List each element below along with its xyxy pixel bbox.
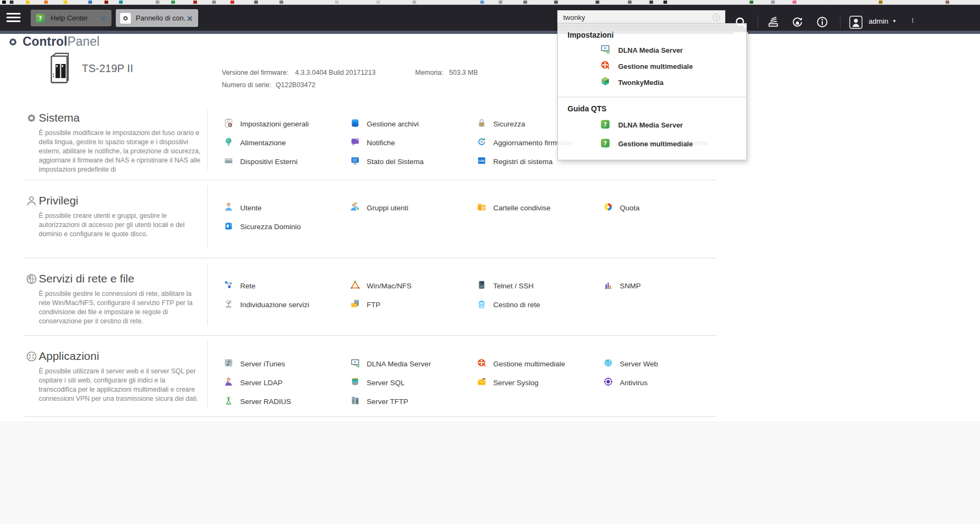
item-dispositivi-esterni[interactable]: Dispositivi Esterni: [223, 152, 350, 171]
item-server-itunes[interactable]: ♪ Server iTunes: [223, 355, 350, 373]
item-sicurezza-dominio[interactable]: Sicurezza Dominio: [223, 217, 350, 236]
item-impostazioni-generali[interactable]: Impostazioni generali: [223, 115, 350, 133]
monitor-icon: [350, 155, 360, 168]
section-privilegi: Privilegi È possibile creare utenti e gr…: [24, 180, 717, 258]
item-label: Dispositivi Esterni: [240, 158, 298, 166]
toolbar-divider: [840, 15, 841, 29]
search-result-twonkymedia[interactable]: TwonkyMedia: [558, 74, 746, 90]
footer-area: [0, 422, 980, 524]
antivirus-icon: [603, 377, 613, 389]
pie-icon: [603, 202, 613, 214]
item-snmp[interactable]: SNMP: [603, 277, 730, 295]
item-cestino-di-rete[interactable]: Cestino di rete: [477, 295, 603, 314]
section-servizi-di-rete-e-file: Servizi di rete e file È possibile gesti…: [24, 258, 717, 336]
result-group-impostazioni: Impostazioni DLNA Media Server Gestione …: [558, 31, 746, 90]
item-alimentazione[interactable]: Alimentazione: [223, 133, 350, 152]
search-input[interactable]: [557, 10, 725, 24]
trash-icon: [477, 299, 487, 311]
item-utente[interactable]: Utente: [223, 199, 350, 217]
user-menu[interactable]: admin: [869, 17, 888, 25]
favicon-dot: [946, 1, 949, 4]
main-menu-icon[interactable]: [6, 13, 20, 23]
globe-outline-icon: [25, 273, 38, 285]
item-label: Antivirus: [620, 379, 648, 387]
close-icon[interactable]: [100, 15, 107, 22]
item-label: Registri di sistema: [493, 158, 552, 166]
tab-control-panel[interactable]: Pannello di con...: [116, 9, 198, 27]
section-description: È possibile utilizzare il server web e i…: [39, 367, 201, 403]
item-telnet-ssh[interactable]: Telnet / SSH: [477, 277, 603, 295]
dlna-icon: [600, 44, 611, 56]
tab-help-center[interactable]: ? Help Center: [31, 10, 111, 26]
search-result-dlna-media-server[interactable]: ? DLNA Media Server: [558, 116, 746, 134]
more-options-icon[interactable]: [910, 16, 915, 30]
svg-text:♪: ♪: [227, 359, 230, 367]
favicon-dot: [412, 1, 416, 4]
item-label: Cestino di rete: [493, 301, 540, 309]
item-gestione-archivi[interactable]: Gestione archivi: [350, 115, 477, 133]
search-result-gestione-multimediale[interactable]: Gestione multimediale: [558, 58, 746, 74]
item-quota[interactable]: Quota: [603, 199, 730, 217]
toolbar-divider: [758, 15, 758, 29]
item-label: Server Web: [620, 360, 658, 368]
item-win-mac-nfs[interactable]: Win/Mac/NFS: [350, 277, 477, 295]
search-result-dlna-media-server[interactable]: DLNA Media Server: [558, 42, 746, 58]
item-ftp[interactable]: FTP: [350, 295, 477, 314]
result-label: DLNA Media Server: [618, 46, 683, 54]
section-info: Sistema È possibile modificare le impost…: [24, 111, 205, 175]
browser-favicon-strip: [0, 0, 980, 5]
result-label: DLNA Media Server: [618, 121, 683, 129]
section-divider: [207, 186, 208, 248]
item-label: Server TFTP: [367, 398, 408, 406]
tower-icon: [223, 395, 234, 408]
item-label: Rete: [240, 282, 256, 290]
item-individuazione-servizi[interactable]: Individuazione servizi: [223, 295, 350, 314]
item-cartelle-condivise[interactable]: Cartelle condivise: [477, 199, 603, 217]
database-icon: [350, 118, 360, 130]
bulb-icon: [223, 137, 234, 149]
item-label: Quota: [620, 204, 640, 212]
close-icon[interactable]: [186, 15, 193, 22]
item-label: Notifiche: [367, 139, 395, 147]
background-tasks-icon[interactable]: [767, 16, 780, 29]
item-server-radius[interactable]: Server RADIUS: [223, 392, 350, 411]
item-gestione-multimediale[interactable]: Gestione multimediale: [477, 355, 603, 373]
favicon-dot: [193, 1, 197, 4]
notifications-refresh-icon[interactable]: [791, 16, 804, 29]
info-icon[interactable]: [816, 16, 829, 29]
firmware-value: 4.3.3.0404 Build 20171213: [295, 69, 375, 76]
item-label: SNMP: [620, 282, 641, 290]
item-dlna-media-server[interactable]: DLNA Media Server: [350, 355, 477, 373]
section-divider: [207, 341, 208, 407]
page-title: ControlPanel: [23, 34, 100, 49]
item-label: Telnet / SSH: [493, 282, 534, 290]
item-server-web[interactable]: Server Web: [603, 355, 730, 373]
item-server-syslog[interactable]: LOG Server Syslog: [477, 373, 603, 392]
svg-text:?: ?: [604, 140, 607, 147]
tab-label: Pannello di con...: [136, 14, 186, 22]
clear-search-icon[interactable]: [712, 13, 721, 22]
user-avatar-icon[interactable]: [849, 15, 863, 30]
svg-text:1: 1: [357, 138, 359, 140]
item-stato-del-sistema[interactable]: Stato del Sistema: [350, 152, 477, 171]
item-server-tftp[interactable]: Server TFTP: [350, 392, 477, 411]
item-server-sql[interactable]: Server SQL: [350, 373, 477, 392]
search-result-gestione-multimediale[interactable]: ? Gestione multimediale: [558, 134, 746, 153]
favicon-dot: [771, 1, 775, 4]
apps-outline-icon: [25, 350, 38, 363]
item-label: Stato del Sistema: [367, 158, 424, 166]
item-antivirus[interactable]: Antivirus: [603, 373, 730, 392]
reel-icon: [600, 60, 611, 73]
item-gruppi-utenti[interactable]: Gruppi utenti: [350, 199, 477, 217]
section-divider: [207, 264, 208, 325]
lock-icon: [477, 118, 487, 130]
item-rete[interactable]: Rete: [223, 277, 350, 295]
radar-icon: [223, 299, 234, 311]
top-bar: ? Help Center Pannello di con... admin ▼: [0, 5, 980, 31]
favicon-dot: [523, 1, 527, 4]
chevron-down-icon[interactable]: ▼: [892, 19, 897, 24]
item-notifiche[interactable]: 1 Notifiche: [350, 133, 477, 152]
item-server-ldap[interactable]: Server LDAP: [223, 373, 350, 392]
section-divider: [207, 110, 208, 170]
persons-icon: [350, 202, 360, 214]
